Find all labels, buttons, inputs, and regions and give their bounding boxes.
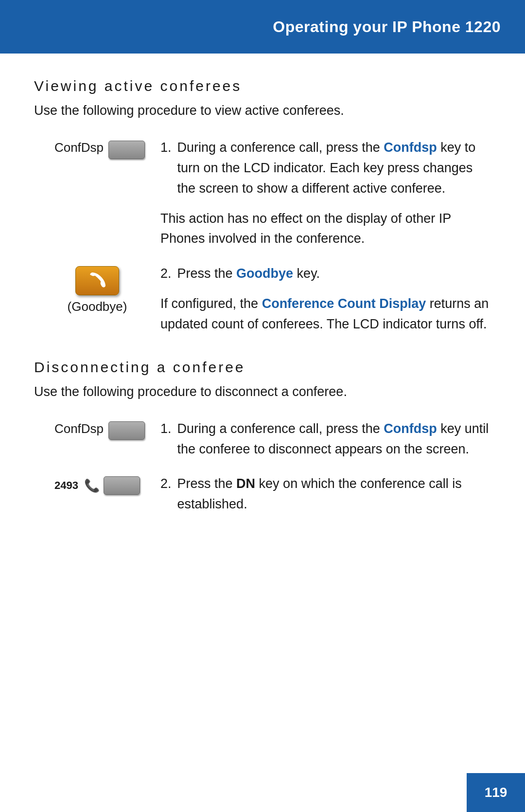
step1-text: 1. During a conference call, press the C…: [160, 138, 491, 249]
step2-line: 2. Press the Goodbye key.: [160, 264, 491, 284]
confdsp-key-row: ConfDsp: [50, 140, 145, 159]
section2-step2-line: 2. Press the DN key on which the confere…: [160, 474, 491, 515]
section2-step1-line: 1. During a conference call, press the C…: [160, 419, 491, 460]
step2-text: 2. Press the Goodbye key. If configured,…: [160, 264, 491, 335]
section2-step2: 2493 📞 2. Press the DN key on which the …: [34, 474, 491, 515]
main-content: Viewing active conferees Use the followi…: [0, 54, 525, 578]
section2-intro: Use the following procedure to disconnec…: [34, 384, 491, 399]
confdsp-link-1: Confdsp: [384, 140, 437, 155]
section2-step2-body: Press the DN key on which the conference…: [177, 474, 491, 515]
section2-step1: ConfDsp 1. During a conference call, pre…: [34, 419, 491, 460]
header-title: Operating your IP Phone 1220: [273, 18, 501, 36]
section2-step2-number: 2.: [160, 474, 172, 515]
conf-count-display-link: Conference Count Display: [262, 296, 426, 311]
key-col-dn: 2493 📞: [34, 474, 160, 495]
section1-intro: Use the following procedure to view acti…: [34, 103, 491, 118]
confdsp2-key-row: ConfDsp: [50, 421, 145, 440]
step2-number: 2.: [160, 264, 172, 284]
section2-step2-text: 2. Press the DN key on which the confere…: [160, 474, 491, 515]
section-viewing: Viewing active conferees Use the followi…: [34, 78, 491, 335]
goodbye-link: Goodbye: [236, 266, 293, 281]
goodbye-button[interactable]: [75, 266, 119, 295]
section2-step1-body: During a conference call, press the Conf…: [177, 419, 491, 460]
footer: 119: [467, 773, 525, 812]
header-title-number: 1220: [465, 18, 501, 36]
step1-main: 1. During a conference call, press the C…: [160, 138, 491, 199]
confdsp-link-2: Confdsp: [384, 421, 437, 436]
confdsp-label-2: ConfDsp: [54, 421, 104, 436]
dn-link: DN: [236, 476, 255, 491]
dn-number-label: 2493: [54, 479, 78, 492]
header-title-plain: Operating your IP Phone: [273, 18, 465, 36]
step1-line: 1. During a conference call, press the C…: [160, 138, 491, 199]
phone-small-icon: 📞: [84, 478, 100, 493]
confdsp-button-2[interactable]: [108, 421, 145, 440]
key-col-confdsp2: ConfDsp: [34, 419, 160, 440]
section2-step1-number: 1.: [160, 419, 172, 460]
step2-body: Press the Goodbye key.: [177, 264, 491, 284]
step1-number: 1.: [160, 138, 172, 199]
confdsp-label-1: ConfDsp: [54, 140, 104, 155]
page-number: 119: [485, 785, 508, 800]
section1-step1: ConfDsp 1. During a conference call, pre…: [34, 138, 491, 249]
step2-note: If configured, the Conference Count Disp…: [160, 294, 491, 335]
step1-note: This action has no effect on the display…: [160, 209, 491, 250]
section2-heading: Disconnecting a conferee: [34, 359, 491, 376]
confdsp-button-1[interactable]: [108, 141, 145, 159]
section1-step2: (Goodbye) 2. Press the Goodbye key. If c…: [34, 264, 491, 335]
key-col-confdsp1: ConfDsp: [34, 138, 160, 159]
dn-button[interactable]: [104, 476, 140, 495]
dn-key-row: 2493 📞: [54, 476, 140, 495]
step2-main: 2. Press the Goodbye key.: [160, 264, 491, 284]
section-disconnecting: Disconnecting a conferee Use the followi…: [34, 359, 491, 515]
step1-body: During a conference call, press the Conf…: [177, 138, 491, 199]
section2-step1-text: 1. During a conference call, press the C…: [160, 419, 491, 460]
key-col-goodbye: (Goodbye): [34, 264, 160, 314]
section1-heading: Viewing active conferees: [34, 78, 491, 94]
phone-handset-icon: [88, 272, 106, 289]
header-bar: Operating your IP Phone 1220: [0, 0, 525, 54]
goodbye-label: (Goodbye): [68, 299, 127, 314]
